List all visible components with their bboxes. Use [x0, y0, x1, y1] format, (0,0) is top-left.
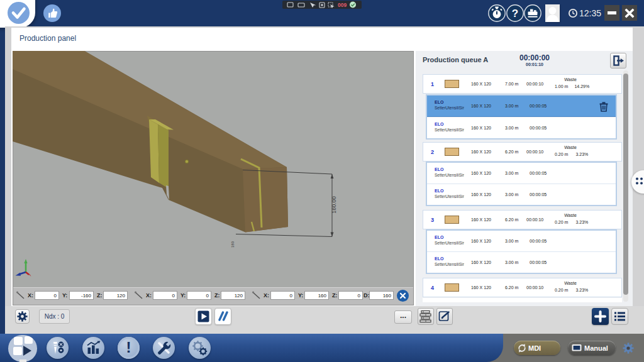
svg-text:?: ? [512, 8, 518, 19]
svg-text:180: 180 [231, 241, 235, 248]
svg-text:160.00: 160.00 [331, 196, 337, 214]
svg-text:009: 009 [338, 2, 347, 8]
